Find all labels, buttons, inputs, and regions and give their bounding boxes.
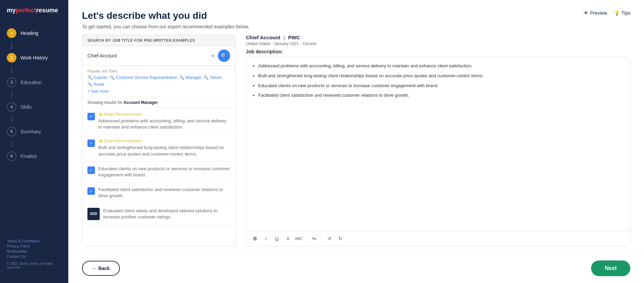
main-content: Let's describe what you did To get start… (68, 0, 644, 283)
result-item[interactable]: ⭐ Expert Recommended Addressed problems … (82, 108, 235, 135)
bullet-3: Educated clients on new products or serv… (258, 82, 625, 90)
undo-button[interactable]: ↺ (325, 234, 334, 243)
results-query: Account Manager (123, 100, 158, 105)
next-button[interactable]: Next (591, 260, 630, 276)
result-checkbox-1[interactable] (87, 113, 95, 120)
content-area: SEARCH BY JOB TITLE FOR PRE-WRITTEN EXAM… (68, 35, 644, 253)
list-button[interactable]: ≡ (283, 234, 293, 243)
expert-badge-2: ⭐ Expert Recommended (98, 139, 230, 143)
redo-button[interactable]: ↻ (336, 234, 345, 243)
tag-retail[interactable]: 🔍 Retail (87, 82, 104, 87)
preview-label: Preview (590, 10, 607, 16)
step-indicator-summary: 5 (7, 127, 16, 136)
result-checkbox-2[interactable] (87, 139, 95, 147)
results-list: ⭐ Expert Recommended Addressed problems … (82, 108, 235, 246)
result-text-2: Built and strengthened long-lasting clie… (98, 145, 230, 157)
logo-resume: resume (36, 7, 58, 14)
search-mini-icon: 🔍 (110, 75, 115, 80)
page-subtitle: To get started, you can choose from our … (82, 24, 249, 29)
see-more-link[interactable]: + See more (87, 89, 230, 94)
spellcheck-button[interactable]: ABC (294, 234, 304, 243)
sidebar-item-label-education: Education (20, 80, 42, 85)
clear-button[interactable]: ✕ (211, 53, 215, 59)
result-text-5: Evaluated client needs and developed tai… (103, 208, 230, 220)
connector-3 (11, 91, 12, 98)
sidebar-item-finalize[interactable]: 6 Finalize (0, 147, 68, 165)
tag-manager[interactable]: 🔍 Manager (179, 75, 201, 80)
results-header: Showing results for Account Manager (82, 97, 235, 108)
header-left: Let's describe what you did To get start… (82, 10, 249, 29)
connector-5 (11, 140, 12, 147)
job-desc-editor: Addressed problems with accounting, bill… (246, 57, 630, 246)
logo-my: my (7, 7, 16, 14)
bottom-actions: ← Back Next (68, 253, 644, 283)
eye-icon: 👁 (584, 10, 588, 16)
editor-toolbar: B I U ≡ ABC Tx ↺ ↻ (246, 231, 630, 246)
expert-badge-1: ⭐ Expert Recommended (98, 112, 230, 117)
link-accessibility[interactable]: Accessibility (7, 249, 61, 253)
bold-button[interactable]: B (250, 234, 260, 243)
search-button[interactable]: 🔍 (218, 50, 230, 62)
job-meta-sep: - (271, 41, 274, 46)
italic-button[interactable]: I (261, 234, 271, 243)
result-text-3: Educated clients on new products or serv… (98, 166, 230, 178)
job-date-start: January 2021 (274, 41, 299, 46)
job-title: Chief Account (246, 35, 280, 40)
clear-format-button[interactable]: Tx (309, 234, 319, 243)
logo: myperfectresume (0, 7, 68, 24)
tips-action[interactable]: 💡 Tips (614, 10, 630, 16)
sidebar-item-education[interactable]: 3 Education (0, 73, 68, 91)
underline-button[interactable]: U (272, 234, 282, 243)
toolbar-divider (306, 235, 307, 242)
tag-cashier[interactable]: 🔍 Cashier (87, 75, 108, 80)
search-mini-icon: 🔍 (204, 75, 209, 80)
nav-items: ✓ Heading 2 Work History 3 Education 4 S… (0, 24, 68, 232)
popular-titles-label: Popular Job Titles (87, 69, 230, 73)
sidebar-item-heading[interactable]: ✓ Heading (0, 24, 68, 42)
step-indicator-work-history: 2 (7, 53, 16, 63)
sidebar-item-summary[interactable]: 5 Summary (0, 123, 68, 140)
bullet-4: Facilitated client satisfaction and rene… (258, 92, 625, 99)
toolbar-divider-2 (322, 235, 322, 242)
link-contact[interactable]: Contact Us (7, 254, 61, 258)
sidebar-item-label-summary: Summary (20, 129, 41, 134)
copyright: © 2023, Bold Limited. All rights reserve… (7, 262, 61, 269)
link-terms[interactable]: Terms & Conditions (7, 239, 61, 243)
result-item[interactable]: ADD Evaluated client needs and developed… (82, 204, 235, 225)
search-input[interactable] (87, 53, 208, 58)
tag-csr[interactable]: 🔍 Customer Service Representative (110, 75, 177, 80)
add-button-5[interactable]: ADD (87, 208, 100, 220)
tag-server[interactable]: 🔍 Server (204, 75, 222, 80)
link-privacy[interactable]: Privacy Policy (7, 244, 61, 248)
preview-action[interactable]: 👁 Preview (584, 10, 607, 16)
back-button[interactable]: ← Back (82, 261, 120, 276)
result-checkbox-3[interactable] (87, 166, 95, 174)
result-text-4: Facilitated client satisfaction and rene… (98, 187, 230, 199)
result-item[interactable]: ⭐ Expert Recommended Built and strengthe… (82, 135, 235, 161)
job-location: United States (246, 41, 270, 46)
result-item[interactable]: Facilitated client satisfaction and rene… (82, 183, 235, 203)
editor-content[interactable]: Addressed problems with accounting, bill… (246, 57, 630, 231)
search-section-label: SEARCH BY JOB TITLE FOR PRE-WRITTEN EXAM… (82, 35, 235, 46)
step-indicator-finalize: 6 (7, 151, 16, 161)
step-indicator-education: 3 (7, 78, 16, 87)
search-bar: ✕ 🔍 (82, 46, 235, 66)
right-panel: Chief Account | PWC United States - Janu… (246, 35, 630, 246)
logo-perfect: perfect (16, 7, 36, 14)
sidebar-item-work-history[interactable]: 2 Work History (0, 49, 68, 67)
tips-label: Tips (621, 10, 630, 16)
result-content-3: Educated clients on new products or serv… (98, 166, 230, 178)
sidebar-item-label-finalize: Finalize (20, 153, 37, 159)
job-separator: | (283, 35, 286, 40)
result-checkbox-4[interactable] (87, 187, 95, 195)
bullet-2: Built and strengthened long-lasting clie… (258, 72, 625, 80)
bullet-1: Addressed problems with accounting, bill… (258, 63, 625, 70)
result-content-2: ⭐ Expert Recommended Built and strengthe… (98, 139, 230, 157)
sidebar-item-label-skills: Skills (20, 104, 32, 110)
sidebar-item-skills[interactable]: 4 Skills (0, 98, 68, 116)
result-item[interactable]: Educated clients on new products or serv… (82, 162, 235, 183)
search-mini-icon: 🔍 (87, 75, 93, 80)
main-header: Let's describe what you did To get start… (68, 0, 644, 35)
result-content-4: Facilitated client satisfaction and rene… (98, 187, 230, 199)
job-company: PWC (288, 35, 300, 40)
